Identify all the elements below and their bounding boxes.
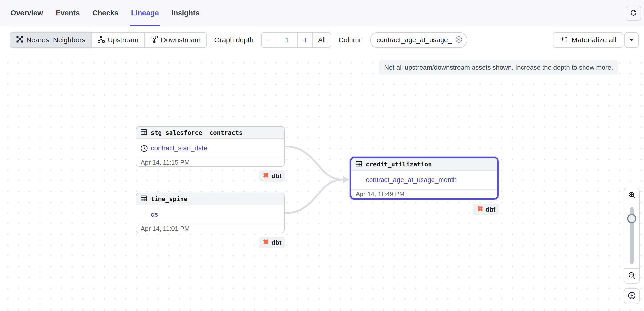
dbt-logo-icon <box>262 172 269 180</box>
nearest-neighbors-icon <box>16 35 24 45</box>
tab-events[interactable]: Events <box>56 0 80 26</box>
recenter-view-button[interactable] <box>624 288 640 304</box>
asset-node-stg-salesforce-contracts[interactable]: stg_salesforce__contracts contract_start… <box>136 126 285 167</box>
asset-node-column-row: contract_age_at_usage_month <box>351 171 497 189</box>
column-link[interactable]: contract_age_at_usage_month <box>366 176 457 184</box>
asset-timestamp: Apr 14, 11:01 PM <box>136 224 284 233</box>
downstream-icon <box>151 35 158 45</box>
asset-name: time_spine <box>151 196 188 203</box>
tab-insights[interactable]: Insights <box>172 0 200 26</box>
column-link[interactable]: contract_start_date <box>151 145 207 152</box>
materialize-all-button[interactable]: Materialize all <box>553 32 623 48</box>
view-mode-label: Nearest Neighbors <box>26 36 86 44</box>
dbt-badge-label: dbt <box>272 172 281 180</box>
materialize-group: Materialize all <box>553 32 639 48</box>
asset-node-column-row: ds <box>136 205 284 224</box>
depth-increment-button[interactable]: + <box>298 33 313 47</box>
depth-decrement-button[interactable]: − <box>262 33 277 47</box>
materialize-all-label: Materialize all <box>572 36 616 44</box>
lineage-toolbar: Nearest Neighbors Upstream <box>0 26 644 54</box>
refresh-icon <box>630 9 638 17</box>
view-mode-label: Downstream <box>161 36 201 44</box>
asset-node-header: time_spine <box>136 193 284 205</box>
zoom-in-button[interactable] <box>624 188 639 203</box>
asset-node-column-row: contract_start_date <box>136 139 284 158</box>
graph-depth-stepper: − 1 + All <box>261 32 331 48</box>
asset-node-header: credit_utilization <box>351 158 497 171</box>
depth-value-field[interactable]: 1 <box>276 33 298 47</box>
dbt-badge: dbt <box>473 204 499 215</box>
asset-name: stg_salesforce__contracts <box>151 129 242 136</box>
dbt-logo-icon <box>262 238 269 247</box>
view-mode-upstream[interactable]: Upstream <box>92 33 145 47</box>
table-icon <box>140 128 148 137</box>
dbt-badge-label: dbt <box>272 239 281 246</box>
zoom-out-icon <box>628 272 636 280</box>
tabs: Overview Events Checks Lineage Insights <box>10 0 200 26</box>
recenter-icon <box>628 292 636 301</box>
tab-overview[interactable]: Overview <box>10 0 43 26</box>
table-icon <box>140 195 148 203</box>
zoom-control-panel <box>624 188 640 284</box>
chevron-down-icon <box>629 38 634 41</box>
top-tab-bar: Overview Events Checks Lineage Insights <box>0 0 644 26</box>
dbt-badge: dbt <box>258 170 285 182</box>
zoom-slider-thumb[interactable] <box>627 214 636 223</box>
refresh-button[interactable] <box>626 5 641 21</box>
zoom-slider[interactable] <box>624 203 639 268</box>
clock-icon <box>140 145 148 152</box>
asset-node-credit-utilization[interactable]: credit_utilization contract_age_at_usage… <box>350 157 498 200</box>
zoom-out-button[interactable] <box>624 268 639 283</box>
depth-all-button[interactable]: All <box>313 33 330 47</box>
column-icon-slot-empty <box>355 176 363 184</box>
table-icon <box>355 160 362 168</box>
view-mode-label: Upstream <box>108 36 138 44</box>
tab-lineage[interactable]: Lineage <box>131 0 159 26</box>
asset-name: credit_utilization <box>366 161 432 168</box>
tab-checks[interactable]: Checks <box>92 0 118 26</box>
column-filter-value: contract_age_at_usage_ <box>376 36 452 44</box>
lineage-edges <box>0 54 644 311</box>
column-filter-label: Column <box>338 36 363 44</box>
asset-node-time-spine[interactable]: time_spine ds Apr 14, 11:01 PM <box>136 193 285 233</box>
column-link[interactable]: ds <box>151 211 158 218</box>
graph-depth-label: Graph depth <box>214 36 254 44</box>
depth-notice-banner: Not all upstream/downstream assets shown… <box>379 60 618 75</box>
asset-node-header: stg_salesforce__contracts <box>136 127 284 139</box>
upstream-icon <box>98 35 105 45</box>
column-filter-chip[interactable]: contract_age_at_usage_ <box>370 32 467 48</box>
view-mode-downstream[interactable]: Downstream <box>145 33 206 47</box>
zoom-in-icon <box>628 191 636 200</box>
view-mode-group: Nearest Neighbors Upstream <box>10 32 207 48</box>
lineage-canvas[interactable]: Not all upstream/downstream assets shown… <box>0 54 644 311</box>
dbt-logo-icon <box>477 205 484 214</box>
dbt-badge-label: dbt <box>486 206 496 213</box>
materialize-dropdown-button[interactable] <box>624 32 639 48</box>
clear-column-filter-icon[interactable] <box>455 36 462 44</box>
asset-timestamp: Apr 14, 11:15 PM <box>136 158 284 166</box>
column-icon-slot-empty <box>140 211 148 219</box>
sparkles-icon <box>560 35 568 45</box>
view-mode-nearest-neighbors[interactable]: Nearest Neighbors <box>10 33 92 47</box>
asset-timestamp: Apr 14, 11:49 PM <box>351 189 497 198</box>
dbt-badge: dbt <box>258 237 285 248</box>
